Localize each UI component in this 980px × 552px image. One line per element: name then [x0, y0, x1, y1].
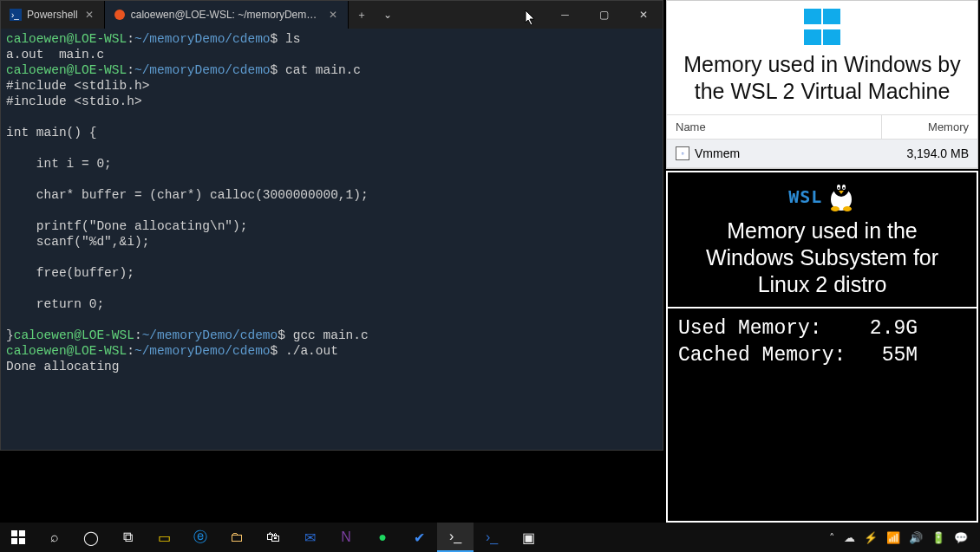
spotify-icon: ●	[378, 529, 387, 545]
app-icon: ▭	[158, 529, 171, 546]
svg-rect-14	[19, 538, 25, 544]
terminal-icon: ›_	[449, 529, 461, 544]
taskbar-edge[interactable]: ⓔ	[182, 523, 219, 552]
terminal-output[interactable]: caloewen@LOE-WSL:~/memoryDemo/cdemo$ ls …	[1, 29, 663, 450]
outlook-icon: ✉	[304, 529, 316, 546]
table-row[interactable]: ▫ Vmmem 3,194.0 MB	[667, 140, 977, 168]
chevron-down-icon: ⌄	[383, 9, 392, 21]
taskbar-terminal[interactable]: ›_	[437, 523, 474, 552]
svg-text:›_: ›_	[11, 10, 19, 20]
minimize-button[interactable]: ─	[546, 1, 585, 29]
windows-panel-title: Memory used in Windows by the WSL 2 Virt…	[667, 51, 977, 114]
new-tab-button[interactable]: ＋	[349, 1, 375, 29]
taskbar-explorer[interactable]: 🗀	[219, 523, 255, 552]
volume-icon[interactable]: 🔊	[909, 531, 923, 544]
edge-icon: ⓔ	[193, 529, 207, 547]
taskbar-app[interactable]: ▭	[146, 523, 182, 552]
wifi-icon[interactable]: ⚡	[864, 531, 878, 544]
svg-rect-12	[19, 530, 25, 536]
folder-icon: 🗀	[230, 529, 244, 545]
tab-powershell[interactable]: ›_ Powershell ✕	[1, 1, 105, 29]
tab-label: caloewen@LOE-WSL: ~/memoryDemo/cdemo	[131, 9, 322, 21]
check-icon: ✔	[414, 529, 425, 546]
taskbar-todo[interactable]: ✔	[401, 523, 437, 552]
table-header: Name Memory	[667, 114, 977, 140]
task-view-icon: ⧉	[123, 529, 133, 545]
titlebar: ›_ Powershell ✕ caloewen@LOE-WSL: ~/memo…	[1, 1, 663, 29]
start-button[interactable]	[0, 523, 36, 552]
taskbar-onenote[interactable]: N	[328, 523, 364, 552]
wsl-memory-panel: WSL Memory used in the Windows	[666, 171, 978, 523]
battery-icon[interactable]: 🔋	[931, 531, 945, 544]
column-memory[interactable]: Memory	[882, 115, 977, 139]
taskbar: ⌕ ◯ ⧉ ▭ ⓔ 🗀 🛍 ✉ N ● ✔ ›_ ›_ ▣ ˄ ☁ ⚡ 📶 🔊 …	[0, 523, 980, 552]
wifi-signal-icon[interactable]: 📶	[886, 531, 900, 544]
windows-logo-icon	[803, 8, 841, 49]
store-icon: 🛍	[266, 529, 280, 545]
onedrive-icon[interactable]: ☁	[844, 531, 855, 544]
process-name: Vmmem	[695, 146, 740, 160]
column-name[interactable]: Name	[667, 115, 882, 139]
svg-rect-11	[11, 530, 17, 536]
wsl-logo-text: WSL	[788, 186, 822, 207]
notifications-icon[interactable]: 💬	[954, 531, 968, 544]
process-memory: 3,194.0 MB	[882, 140, 977, 167]
wsl-memory-stats: Used Memory: 2.9G Cached Memory: 55M	[668, 307, 977, 378]
tab-dropdown[interactable]: ⌄	[375, 1, 401, 29]
search-icon: ⌕	[50, 529, 59, 545]
tab-label: Powershell	[27, 9, 78, 21]
terminal-window: ›_ Powershell ✕ caloewen@LOE-WSL: ~/memo…	[0, 0, 663, 451]
windows-memory-panel: Memory used in Windows by the WSL 2 Virt…	[666, 0, 978, 169]
ubuntu-icon	[114, 9, 126, 21]
tux-icon	[826, 178, 856, 216]
taskbar-spotify[interactable]: ●	[364, 523, 401, 552]
onenote-icon: N	[341, 529, 351, 545]
svg-point-8	[843, 187, 845, 189]
close-button[interactable]: ✕	[624, 1, 663, 29]
search-button[interactable]: ⌕	[36, 523, 73, 552]
task-view-button[interactable]: ⧉	[109, 523, 146, 552]
svg-point-7	[838, 187, 840, 189]
svg-point-10	[843, 206, 852, 211]
svg-point-2	[114, 10, 125, 20]
close-icon[interactable]: ✕	[83, 9, 95, 21]
svg-point-9	[831, 206, 840, 211]
right-panel: Memory used in Windows by the WSL 2 Virt…	[666, 0, 978, 523]
taskbar-app2[interactable]: ▣	[510, 523, 546, 552]
tray-chevron-icon[interactable]: ˄	[829, 531, 835, 544]
system-tray: ˄ ☁ ⚡ 📶 🔊 🔋 💬	[829, 531, 980, 544]
taskbar-powershell[interactable]: ›_	[474, 523, 510, 552]
taskbar-outlook[interactable]: ✉	[291, 523, 328, 552]
process-icon: ▫	[676, 146, 689, 160]
powershell-icon: ›_	[10, 9, 22, 21]
cortana-icon: ◯	[83, 529, 99, 546]
wsl-panel-title: Memory used in the Windows Subsystem for…	[668, 216, 977, 308]
app-icon: ▣	[522, 529, 535, 546]
maximize-button[interactable]: ▢	[585, 1, 624, 29]
cortana-button[interactable]: ◯	[73, 523, 109, 552]
taskbar-store[interactable]: 🛍	[255, 523, 291, 552]
powershell-icon: ›_	[486, 529, 498, 545]
close-icon[interactable]: ✕	[327, 9, 339, 21]
svg-rect-13	[11, 538, 17, 544]
tab-wsl[interactable]: caloewen@LOE-WSL: ~/memoryDemo/cdemo ✕	[105, 1, 349, 29]
